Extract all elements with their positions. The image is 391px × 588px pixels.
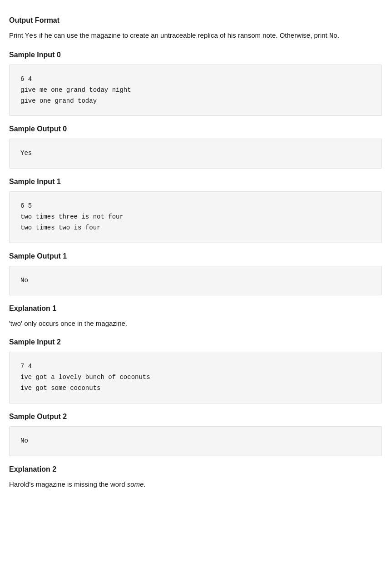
sample-output-2-block: No	[9, 426, 382, 456]
output-format-heading: Output Format	[9, 16, 382, 25]
sample-output-1-heading: Sample Output 1	[9, 252, 382, 260]
no-code: No	[329, 32, 337, 40]
sample-input-1-code: 6 5 two times three is not four two time…	[20, 201, 371, 233]
output-format-description: Print Yes if he can use the magazine to …	[9, 30, 382, 42]
sample-input-0-block: 6 4 give me one grand today night give o…	[9, 65, 382, 116]
sample-input-1-block: 6 5 two times three is not four two time…	[9, 191, 382, 243]
sample-input-0-heading: Sample Input 0	[9, 51, 382, 59]
sample-output-1-block: No	[9, 266, 382, 296]
sample-input-2-heading: Sample Input 2	[9, 338, 382, 346]
sample-output-1-code: No	[20, 275, 371, 286]
sample-output-0-heading: Sample Output 0	[9, 125, 382, 133]
sample-input-2-block: 7 4 ive got a lovely bunch of coconuts i…	[9, 352, 382, 403]
explanation-1-text: 'two' only occurs once in the magazine.	[9, 318, 382, 329]
sample-input-1-heading: Sample Input 1	[9, 178, 382, 186]
explanation-2-italic-word: some	[127, 480, 144, 488]
explanation-1-heading: Explanation 1	[9, 304, 382, 313]
sample-input-2-code: 7 4 ive got a lovely bunch of coconuts i…	[20, 361, 371, 394]
explanation-2-text: Harold's magazine is missing the word so…	[9, 479, 382, 490]
sample-output-2-code: No	[20, 436, 371, 447]
yes-code: Yes	[25, 32, 37, 40]
sample-output-0-block: Yes	[9, 139, 382, 169]
sample-output-2-heading: Sample Output 2	[9, 413, 382, 421]
explanation-2-before: Harold's magazine is missing the word	[9, 480, 127, 488]
explanation-2-heading: Explanation 2	[9, 465, 382, 473]
sample-output-0-code: Yes	[20, 148, 371, 159]
explanation-2-after: .	[144, 480, 145, 488]
sample-input-0-code: 6 4 give me one grand today night give o…	[20, 74, 371, 106]
